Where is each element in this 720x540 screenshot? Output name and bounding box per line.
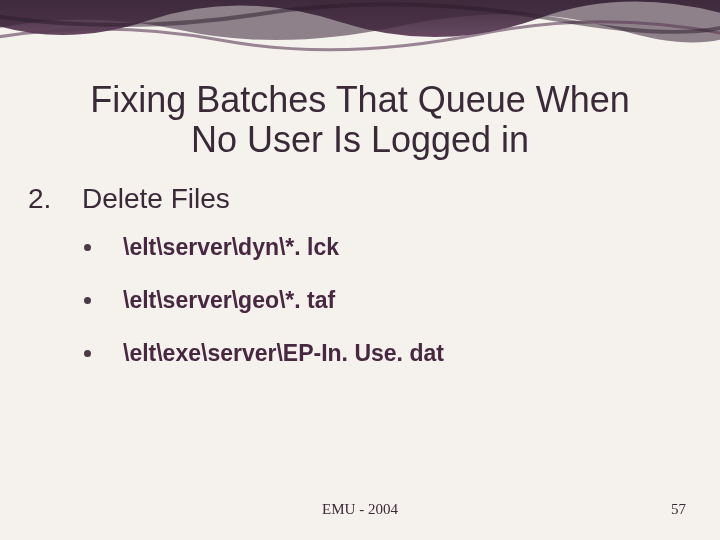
bullet-text: \elt\server\geo\*. taf <box>123 287 335 314</box>
footer-center: EMU - 2004 <box>0 501 720 518</box>
bullet-text: \elt\server\dyn\*. lck <box>123 234 339 261</box>
section-number: 2. <box>28 183 51 215</box>
list-item: \elt\exe\server\EP-In. Use. dat <box>84 340 444 367</box>
page-number: 57 <box>671 501 686 518</box>
list-item: \elt\server\geo\*. taf <box>84 287 444 314</box>
bullet-list: \elt\server\dyn\*. lck \elt\server\geo\*… <box>84 234 444 393</box>
list-item: \elt\server\dyn\*. lck <box>84 234 444 261</box>
top-strip-svg <box>0 0 720 52</box>
section-label: Delete Files <box>82 183 230 215</box>
slide-title: Fixing Batches That Queue When No User I… <box>0 80 720 161</box>
decorative-top-strip <box>0 0 720 52</box>
bullet-icon <box>84 297 91 304</box>
bullet-text: \elt\exe\server\EP-In. Use. dat <box>123 340 444 367</box>
title-line-2: No User Is Logged in <box>191 119 529 160</box>
bullet-icon <box>84 350 91 357</box>
title-line-1: Fixing Batches That Queue When <box>90 79 630 120</box>
bullet-icon <box>84 244 91 251</box>
